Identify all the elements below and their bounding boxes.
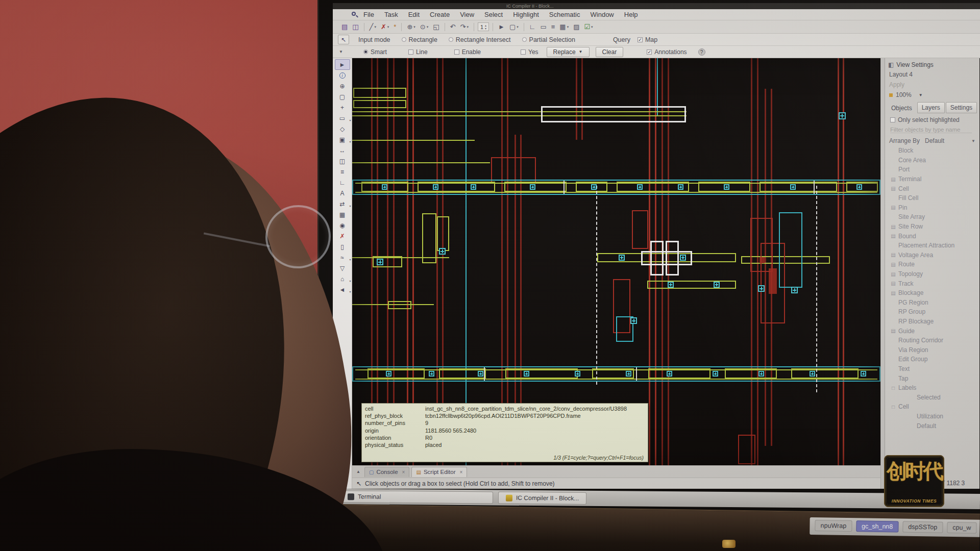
object-type-terminal[interactable]: ▤Terminal <box>885 174 979 184</box>
flip-icon[interactable]: ⇄▾ <box>335 198 350 209</box>
tristate-icon[interactable]: ▤ <box>890 186 896 191</box>
canvas-scrollbar[interactable] <box>880 58 885 489</box>
taskbar-window-terminal[interactable]: Terminal <box>340 490 493 504</box>
collapse-panel-icon[interactable]: ▲ <box>354 469 362 474</box>
delete-shape-icon[interactable]: ✗ <box>335 231 350 241</box>
block-tab-gc-sh-nn8[interactable]: gc_sh_nn8 <box>856 520 898 532</box>
object-type-cell[interactable]: □Cell <box>885 402 979 412</box>
tab-console[interactable]: ▢Console× <box>364 467 410 477</box>
layout-canvas[interactable]: cellinst_gc_sh_nn8_core_partition_tdm_sl… <box>352 58 880 465</box>
array-icon[interactable]: ▦ <box>335 209 350 220</box>
snap-icon[interactable]: * <box>392 22 398 32</box>
object-type-utilization[interactable]: Utilization <box>885 412 979 421</box>
enable-option[interactable]: Enable <box>454 48 481 56</box>
info-icon[interactable]: i <box>335 70 350 81</box>
object-type-site-array[interactable]: Site Array <box>885 212 979 222</box>
tristate-icon[interactable]: ▤ <box>890 271 896 277</box>
layers-icon[interactable]: ≡ <box>550 22 557 32</box>
object-type-pin[interactable]: ▤Pin <box>885 203 979 213</box>
smart-option[interactable]: Smart <box>363 48 387 56</box>
tristate-icon[interactable]: ▤ <box>890 290 896 296</box>
object-type-topology[interactable]: ▤Topology <box>885 269 979 279</box>
shield-icon[interactable]: ▽ <box>335 263 350 273</box>
object-type-voltage-area[interactable]: ▤Voltage Area <box>885 251 979 260</box>
menu-task[interactable]: Task <box>380 10 403 19</box>
object-type-bound[interactable]: ▤Bound <box>885 231 979 241</box>
tristate-icon[interactable]: ▤ <box>890 252 896 258</box>
map-checkbox[interactable]: ✓ <box>638 37 643 42</box>
tab-settings[interactable]: Settings <box>946 102 977 113</box>
object-type-blockage[interactable]: ▤Blockage <box>885 288 979 298</box>
select-cursor-icon[interactable]: ► <box>335 59 350 70</box>
zoom-level-control[interactable]: 100% ▼ <box>885 90 979 100</box>
object-type-route[interactable]: ▤Route <box>885 260 979 269</box>
checkbox-icon[interactable]: □ <box>890 404 896 410</box>
lock-icon[interactable]: ▯ <box>335 241 350 252</box>
tristate-icon[interactable]: ▤ <box>890 224 896 230</box>
selection-box-icon[interactable]: ▢ <box>335 91 350 102</box>
copy-icon[interactable]: ◫ <box>335 156 350 166</box>
hierarchy-level-field[interactable]: 1▴▾ <box>478 22 489 31</box>
object-type-site-row[interactable]: ▤Site Row <box>885 222 979 232</box>
undo-icon[interactable]: ↶ <box>449 22 457 32</box>
arrange-by-control[interactable]: Arrange By Default ▼ <box>885 134 979 146</box>
object-type-via-region[interactable]: Via Region <box>885 345 979 355</box>
wire-icon[interactable]: ≈▾ <box>335 252 350 263</box>
radio-icon[interactable] <box>402 37 406 42</box>
object-type-cell[interactable]: ▤Cell <box>885 184 979 193</box>
mode-option-rectangle[interactable]: Rectangle <box>402 36 437 43</box>
object-type-text[interactable]: Text <box>885 364 979 374</box>
flag-icon[interactable]: ◄▾ <box>335 284 350 295</box>
tab-layers[interactable]: Layers <box>917 102 945 113</box>
panel-dock-icon[interactable]: ◧ <box>888 61 894 68</box>
tab-objects[interactable]: Objects <box>887 103 916 113</box>
zoom-selection-icon[interactable]: ⊙▾ <box>419 22 430 32</box>
query-label[interactable]: Query <box>613 36 630 43</box>
zoom-in-icon[interactable]: ⊕▾ <box>405 22 416 32</box>
object-type-default[interactable]: Default <box>885 421 979 431</box>
annotations-checkbox[interactable]: ✓ <box>647 49 652 55</box>
enable-checkbox[interactable] <box>454 49 459 55</box>
object-type-rp-group[interactable]: RP Group <box>885 307 979 317</box>
checkbox-icon[interactable]: □ <box>890 385 896 391</box>
close-icon[interactable]: × <box>402 469 405 475</box>
object-type-pg-region[interactable]: PG Region <box>885 298 979 308</box>
tristate-icon[interactable]: ▤ <box>890 328 896 334</box>
menu-highlight[interactable]: Highlight <box>508 10 544 19</box>
object-type-port[interactable]: Port <box>885 165 979 174</box>
save-icon[interactable]: ◫ <box>351 22 360 32</box>
add-icon[interactable]: + <box>335 102 350 113</box>
text-icon[interactable]: A <box>335 188 350 198</box>
object-type-tap[interactable]: Tap <box>885 373 979 383</box>
redo-icon[interactable]: ↷▾ <box>458 22 470 32</box>
replace-dropdown[interactable]: Replace ▼ <box>547 47 590 57</box>
line-checkbox[interactable] <box>408 49 413 55</box>
open-icon[interactable]: ▤ <box>340 22 349 32</box>
create-rect-icon[interactable]: ▭▾ <box>335 113 350 123</box>
smart-radio[interactable] <box>363 49 368 54</box>
spinner-arrows-icon[interactable]: ▴▾ <box>485 24 486 30</box>
cursor-tool-button[interactable]: ↖ <box>338 35 349 44</box>
menu-window[interactable]: Window <box>586 10 619 19</box>
block-tab-dspsstop[interactable]: dspSSTop <box>902 521 943 533</box>
object-type-labels[interactable]: □Labels <box>885 383 979 393</box>
tristate-icon[interactable]: ▤ <box>890 177 896 182</box>
zoom-area-icon[interactable]: ⊕ <box>335 81 350 91</box>
object-type-track[interactable]: ▤Track <box>885 279 979 288</box>
object-filter-input[interactable] <box>890 127 972 133</box>
object-type-guide[interactable]: ▤Guide <box>885 326 979 336</box>
clear-button[interactable]: Clear <box>596 47 624 57</box>
rect-tool-icon[interactable]: ▭ <box>538 22 548 32</box>
radio-icon[interactable] <box>522 37 527 42</box>
ruler-icon[interactable]: ∟ <box>335 177 350 188</box>
create-poly-icon[interactable]: ◇ <box>335 123 350 134</box>
annotations-option[interactable]: ✓ Annotations <box>647 48 687 56</box>
radio-icon[interactable] <box>449 37 453 42</box>
object-type-fill-cell[interactable]: Fill Cell <box>885 193 979 203</box>
object-type-block[interactable]: Block <box>885 146 979 156</box>
object-type-core-area[interactable]: Core Area <box>885 156 979 165</box>
search-icon[interactable] <box>351 11 358 18</box>
tristate-icon[interactable]: ▤ <box>890 281 896 286</box>
create-via-icon[interactable]: ▣▾ <box>335 134 350 145</box>
close-icon[interactable]: × <box>460 469 463 475</box>
